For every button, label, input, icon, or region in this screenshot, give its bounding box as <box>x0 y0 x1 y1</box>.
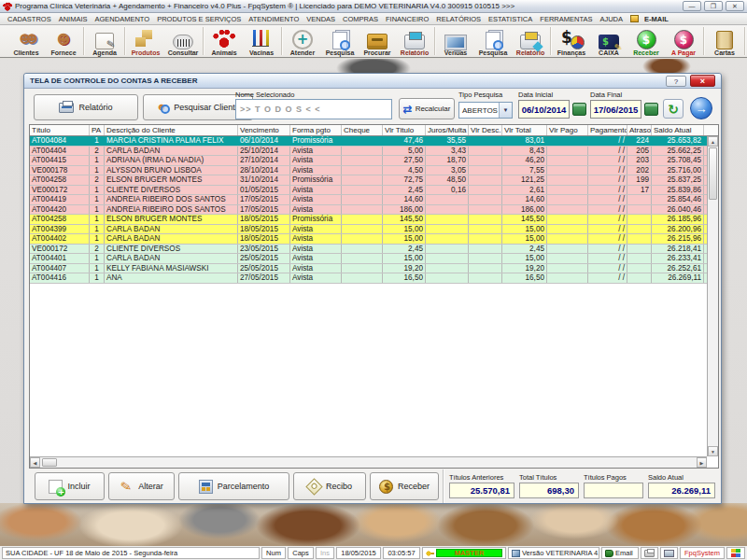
menu-item[interactable]: VENDAS <box>303 14 339 24</box>
table-row[interactable]: VE0001722CLIENTE DIVERSOS23/05/2015Avist… <box>30 245 707 255</box>
toolbar-button[interactable]: Animais <box>205 25 243 57</box>
dialog-close-button[interactable]: × <box>690 75 715 87</box>
go-arrow-button[interactable]: → <box>690 97 712 119</box>
column-header[interactable]: Vlr Desc. <box>469 125 502 135</box>
table-row[interactable]: VE0001721CLIENTE DIVERSOS01/05/2015Avist… <box>30 186 707 196</box>
column-header[interactable]: Pagamento <box>588 125 627 135</box>
menu-item-email[interactable]: E-MAIL <box>641 14 672 24</box>
menu-item[interactable]: CADASTROS <box>4 14 55 24</box>
toolbar-button[interactable]: Fornece <box>45 25 82 57</box>
calendar-icon[interactable] <box>572 103 586 116</box>
calendar-icon[interactable] <box>644 103 658 116</box>
table-row[interactable]: AT0044011CARLA BADAN25/05/2015Avista15,0… <box>30 254 707 264</box>
dialog-titlebar[interactable]: TELA DE CONTROLE DO CONTAS A RECEBER ? × <box>24 74 721 89</box>
incluir-button[interactable]: Incluir <box>35 472 105 500</box>
cell: 72,75 <box>383 175 426 185</box>
report-button[interactable]: Relatório <box>34 94 138 120</box>
toolbar-button[interactable]: A Pagar <box>665 25 702 57</box>
table-row[interactable]: AT0044042CARLA BADAN25/10/2014Avista5,00… <box>30 147 707 157</box>
column-header[interactable]: PA <box>90 125 105 135</box>
column-header[interactable]: Atraso <box>627 125 652 135</box>
column-header[interactable]: Descrição do Cliente <box>105 125 238 135</box>
menu-item[interactable]: ESTATISTICA <box>485 14 536 24</box>
toolbar-button[interactable]: Atender <box>284 25 321 57</box>
toolbar-button[interactable]: Clientes <box>7 25 45 57</box>
parcelamento-button[interactable]: Parcelamento <box>178 472 289 500</box>
vscroll-thumb[interactable] <box>709 147 717 200</box>
column-header[interactable]: Título <box>30 125 90 135</box>
alterar-button[interactable]: Alterar <box>108 472 175 500</box>
toolbar-button[interactable]: Finanças <box>553 25 590 57</box>
status-email[interactable]: Email <box>601 547 639 559</box>
toolbar-button[interactable]: Produtos <box>127 25 164 57</box>
menu-item[interactable]: FERRAMENTAS <box>536 14 596 24</box>
toolbar-button[interactable]: Agenda <box>86 25 123 57</box>
recalculate-button[interactable]: ⇄ Recalcular <box>399 98 455 119</box>
toolbar-button[interactable]: CAIXA <box>590 25 627 57</box>
horizontal-scrollbar[interactable]: ◀ ▶ <box>30 456 707 468</box>
menu-item[interactable]: FINANCEIRO <box>382 14 432 24</box>
scroll-down-icon[interactable]: ▼ <box>708 446 718 456</box>
toolbar-button[interactable]: Vacinas <box>243 25 280 57</box>
vertical-scrollbar[interactable]: ▲ ▼ <box>707 136 718 456</box>
toolbar-button[interactable]: Relatório <box>396 25 433 57</box>
cell <box>547 205 588 215</box>
cell: ANA <box>105 273 238 283</box>
close-button[interactable]: ✕ <box>726 1 744 11</box>
tipo-pesquisa-select[interactable]: ABERTOS ▼ <box>458 102 513 119</box>
menu-item[interactable]: ANIMAIS <box>55 14 92 24</box>
column-header[interactable]: Cheque <box>342 125 383 135</box>
toolbar-button[interactable]: Relatório <box>512 25 549 57</box>
table-row[interactable]: AT0044151ADRIANA (IRMA DA NADIA)27/10/20… <box>30 156 707 166</box>
status-network[interactable] <box>660 547 678 559</box>
table-row[interactable]: VE0001781ALYSSON BRUNO LISBOA28/10/2014A… <box>30 166 707 176</box>
help-button[interactable]: ? <box>666 76 686 87</box>
status-print[interactable] <box>641 547 658 559</box>
receber-button[interactable]: Receber <box>370 472 439 500</box>
recibo-button[interactable]: Recibo <box>293 472 366 500</box>
column-header[interactable]: Forma pgto <box>290 125 342 135</box>
table-row[interactable]: AT0044071KELLY FABIANA MASIAWSKI25/05/20… <box>30 264 707 274</box>
scroll-up-icon[interactable]: ▲ <box>708 136 718 147</box>
menu-item[interactable]: AJUDA <box>596 14 627 24</box>
column-header[interactable]: Saldo Atual <box>652 125 704 135</box>
scroll-left-icon[interactable]: ◀ <box>30 457 40 468</box>
toolbar-button[interactable]: Consultar <box>164 25 202 57</box>
column-header[interactable]: Vlr Titulo <box>383 125 426 135</box>
hscroll-thumb[interactable] <box>42 458 57 467</box>
toolbar-button[interactable]: Procurar <box>359 25 396 57</box>
refresh-button[interactable]: ↻ <box>663 99 684 119</box>
toolbar-button[interactable]: Pesquisa <box>321 25 359 57</box>
minimize-button[interactable]: — <box>683 1 701 11</box>
cell: Promissória <box>290 215 342 224</box>
menu-item[interactable]: PRODUTOS E SERVIÇOS <box>153 14 245 24</box>
column-header[interactable]: Vencimento <box>238 125 290 135</box>
table-row[interactable]: AT0043991CARLA BADAN18/05/2015Avista15,0… <box>30 225 707 235</box>
table-row[interactable]: AT0044191ANDREIA RIBEIRO DOS SANTOS17/05… <box>30 195 707 205</box>
name-selected-input[interactable]: >> T O D O S < < <box>235 99 392 119</box>
menu-item[interactable]: AGENDAMENTO <box>92 14 154 24</box>
table-row[interactable]: AT0044021CARLA BADAN18/05/2015Avista15,0… <box>30 234 707 245</box>
toolbar-button[interactable]: Receber <box>627 25 665 57</box>
menu-item[interactable]: COMPRAS <box>339 14 382 24</box>
add-icon <box>49 480 63 494</box>
menu-item[interactable]: ATENDIMENTO <box>245 14 303 24</box>
data-final-field[interactable]: 17/06/2015 <box>590 100 641 119</box>
column-header[interactable]: Vlr Total <box>502 125 547 135</box>
toolbar-button[interactable]: Cartas <box>706 25 743 57</box>
toolbar-button[interactable]: Vendas <box>437 25 474 57</box>
table-row[interactable]: AT0042582ELSON BRUGER MONTES31/10/2014Pr… <box>30 175 707 186</box>
scroll-right-icon[interactable]: ▶ <box>697 457 707 468</box>
column-header[interactable]: Juros/Multa <box>426 125 469 135</box>
table-row[interactable]: AT0044201ANDREIA RIBEIRO DOS SANTOS17/05… <box>30 205 707 216</box>
cell: VE000172 <box>30 245 90 254</box>
table-row[interactable]: AT0044161ANA27/05/2015Avista16,5016,50/ … <box>30 273 707 284</box>
restore-button[interactable]: ❐ <box>704 1 723 11</box>
data-inicial-field[interactable]: 06/10/2014 <box>518 100 570 119</box>
search-person-icon <box>156 102 169 114</box>
table-row[interactable]: AT0040841MARCIA CRISTINA PALMA FELIX06/1… <box>30 136 707 147</box>
toolbar-button[interactable]: Pesquisa <box>474 25 512 57</box>
table-row[interactable]: AT0042581ELSON BRUGER MONTES18/05/2015Pr… <box>30 215 707 225</box>
menu-item[interactable]: RELATÓRIOS <box>432 14 485 24</box>
column-header[interactable]: Vlr Pago <box>547 125 588 135</box>
